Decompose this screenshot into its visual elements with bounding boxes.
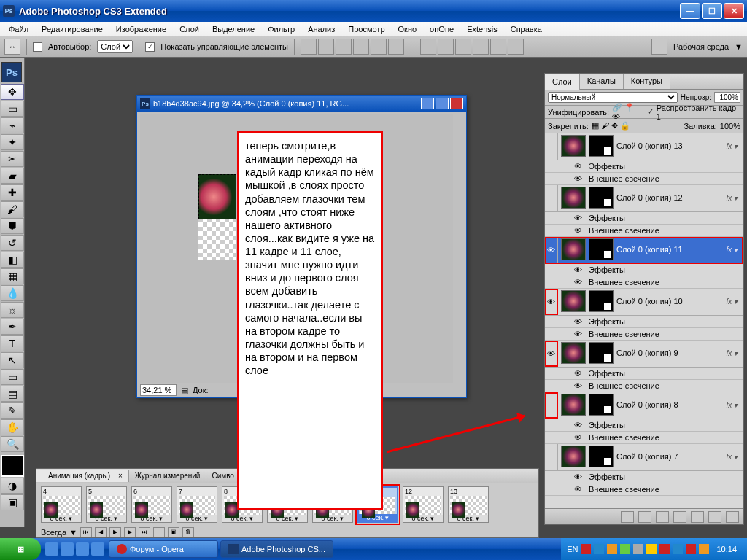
shape-tool[interactable]: ▭ [1, 369, 24, 385]
tab-symbols[interactable]: Симво [206, 470, 239, 482]
visibility-toggle[interactable] [545, 133, 558, 160]
layer-name[interactable]: Слой 0 (копия) 9 [616, 349, 720, 357]
link-layers-icon[interactable] [621, 511, 634, 523]
layer-name[interactable]: Слой 0 (копия) 12 [616, 193, 720, 202]
layer-mask[interactable] [589, 187, 614, 209]
menu-Справка[interactable]: Справка [505, 23, 548, 35]
layer-mask[interactable] [589, 394, 614, 416]
layer-mask[interactable] [589, 135, 614, 157]
fx-eye[interactable]: 👁 [574, 174, 584, 183]
visibility-toggle[interactable]: 👁 [545, 289, 558, 315]
autoselect-target[interactable]: Слой [97, 40, 133, 53]
menu-Фильтр[interactable]: Фильтр [262, 23, 301, 35]
menu-Выделение[interactable]: Выделение [206, 23, 260, 35]
fx-indicator[interactable]: fx ▾ [723, 142, 740, 150]
fx-eye[interactable]: 👁 [574, 278, 584, 287]
type-tool[interactable]: T [1, 335, 24, 351]
fx-eye[interactable]: 👁 [574, 317, 584, 326]
fx-eye[interactable]: 👁 [574, 265, 584, 274]
zoom-tool[interactable]: 🔍 [1, 436, 24, 452]
layer-name[interactable]: Слой 0 (копия) 8 [616, 400, 720, 409]
start-button[interactable]: ⊞ [0, 538, 41, 560]
frame-5[interactable]: 50 сек. ▾ [86, 486, 127, 523]
fx-indicator[interactable]: fx ▾ [723, 453, 740, 461]
maximize-button[interactable]: ☐ [702, 3, 722, 19]
dist-btn[interactable] [438, 39, 454, 55]
layer-thumb[interactable] [561, 342, 586, 364]
ql-icon[interactable] [91, 542, 104, 556]
tray-icon[interactable] [620, 544, 630, 554]
menu-Просмотр[interactable]: Просмотр [342, 23, 390, 35]
eraser-tool[interactable]: ◧ [1, 252, 24, 268]
layer-row[interactable]: 👁Слой 0 (копия) 9fx ▾ [545, 341, 743, 368]
brush-tool[interactable]: 🖌 [1, 201, 24, 217]
pen-tool[interactable]: ✒ [1, 319, 24, 335]
gradient-tool[interactable]: ▦ [1, 268, 24, 284]
layer-thumb[interactable] [561, 135, 586, 157]
layer-thumb[interactable] [561, 187, 586, 209]
frame-thumb[interactable] [133, 496, 170, 515]
ql-icon[interactable] [76, 542, 89, 556]
workspace-label[interactable]: Рабочая среда [673, 42, 729, 51]
task-photoshop[interactable]: Adobe Photoshop CS... [220, 540, 333, 558]
last-frame-btn[interactable]: ⏭ [139, 527, 150, 537]
fg-bg-swatch[interactable] [1, 455, 24, 477]
layer-mask[interactable] [589, 446, 614, 467]
play-btn[interactable]: ▶ [109, 527, 121, 537]
layer-row[interactable]: Слой 0 (копия) 13fx ▾ [545, 133, 743, 160]
tab-animation[interactable]: Анимация (кадры) × [36, 470, 129, 482]
menu-Файл[interactable]: Файл [3, 23, 34, 35]
align-btn[interactable] [336, 39, 352, 55]
tray-icon[interactable] [581, 544, 591, 554]
visibility-toggle[interactable]: 👁 [545, 237, 558, 263]
doc-max[interactable] [436, 98, 449, 109]
layer-row[interactable]: Слой 0 (копия) 12fx ▾ [545, 185, 743, 212]
system-tray[interactable]: EN 10:14 [561, 538, 747, 560]
doc-close[interactable] [450, 98, 463, 109]
crop-tool[interactable]: ✂ [1, 151, 24, 167]
fx-icon[interactable] [638, 511, 651, 523]
close-button[interactable]: ✕ [724, 3, 744, 19]
fx-eye[interactable]: 👁 [574, 226, 584, 235]
next-frame-btn[interactable]: ▶ [124, 527, 136, 537]
first-frame-btn[interactable]: ⏮ [80, 527, 92, 537]
tray-icon[interactable] [633, 544, 643, 554]
stamp-tool[interactable]: ⛊ [1, 218, 24, 234]
frame-13[interactable]: 130 сек. ▾ [448, 486, 489, 523]
mask-icon[interactable] [656, 511, 669, 523]
tab-measure[interactable]: Журнал измерений [129, 470, 206, 482]
fx-indicator[interactable]: fx ▾ [723, 194, 740, 202]
layer-mask[interactable] [589, 238, 614, 260]
minimize-button[interactable]: — [680, 3, 700, 19]
menu-onOne[interactable]: onOne [424, 23, 460, 35]
task-opera[interactable]: Форум - Opera [109, 540, 218, 558]
frame-7[interactable]: 70 сек. ▾ [177, 486, 217, 523]
blend-mode-select[interactable]: Нормальный [548, 92, 678, 103]
screenmode-toggle[interactable]: ▣ [1, 494, 24, 510]
menu-Изображение[interactable]: Изображение [110, 23, 172, 35]
layer-thumb[interactable] [561, 446, 586, 467]
fx-eye[interactable]: 👁 [574, 433, 584, 442]
fx-indicator[interactable]: fx ▾ [723, 298, 740, 306]
layer-thumb[interactable] [561, 394, 586, 416]
visibility-toggle[interactable]: 👁 [545, 341, 558, 367]
slice-tool[interactable]: ▰ [1, 168, 24, 184]
frame-6[interactable]: 60 сек. ▾ [131, 486, 172, 523]
move-tool-icon[interactable]: ↔ [4, 39, 20, 55]
layer-row[interactable]: Слой 0 (копия) 7fx ▾ [545, 444, 743, 471]
tween-btn[interactable]: ⋯ [153, 527, 165, 537]
frame-thumb[interactable] [179, 496, 215, 515]
align-btn[interactable] [388, 39, 404, 55]
align-btn[interactable] [371, 39, 387, 55]
fill-field[interactable]: 100% [720, 122, 740, 131]
blur-tool[interactable]: 💧 [1, 285, 24, 301]
layer-name[interactable]: Слой 0 (копия) 11 [616, 245, 720, 254]
autoselect-checkbox[interactable] [33, 42, 42, 52]
move-tool[interactable]: ✥ [1, 84, 24, 100]
align-btn[interactable] [301, 39, 317, 55]
menu-Окно[interactable]: Окно [392, 23, 423, 35]
opacity-field[interactable]: 100% [714, 92, 740, 103]
doc-min[interactable] [421, 98, 434, 109]
layer-thumb[interactable] [561, 238, 586, 260]
layer-name[interactable]: Слой 0 (копия) 7 [616, 452, 720, 461]
